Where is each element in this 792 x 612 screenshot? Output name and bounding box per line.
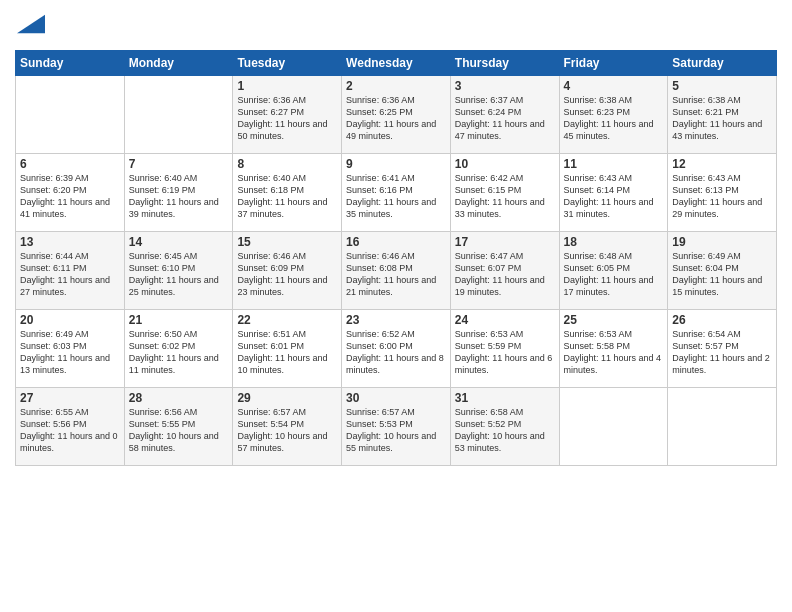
svg-marker-0 (17, 15, 45, 34)
calendar-cell (668, 388, 777, 466)
day-info: Sunrise: 6:47 AM Sunset: 6:07 PM Dayligh… (455, 250, 555, 299)
day-info: Sunrise: 6:53 AM Sunset: 5:59 PM Dayligh… (455, 328, 555, 377)
calendar-cell (16, 76, 125, 154)
day-info: Sunrise: 6:39 AM Sunset: 6:20 PM Dayligh… (20, 172, 120, 221)
calendar-week-row: 1Sunrise: 6:36 AM Sunset: 6:27 PM Daylig… (16, 76, 777, 154)
calendar-cell (559, 388, 668, 466)
calendar-cell: 12Sunrise: 6:43 AM Sunset: 6:13 PM Dayli… (668, 154, 777, 232)
day-number: 5 (672, 79, 772, 93)
day-number: 9 (346, 157, 446, 171)
day-info: Sunrise: 6:54 AM Sunset: 5:57 PM Dayligh… (672, 328, 772, 377)
day-info: Sunrise: 6:36 AM Sunset: 6:27 PM Dayligh… (237, 94, 337, 143)
day-number: 30 (346, 391, 446, 405)
day-info: Sunrise: 6:38 AM Sunset: 6:21 PM Dayligh… (672, 94, 772, 143)
calendar-cell: 13Sunrise: 6:44 AM Sunset: 6:11 PM Dayli… (16, 232, 125, 310)
weekday-header-row: SundayMondayTuesdayWednesdayThursdayFrid… (16, 51, 777, 76)
day-number: 21 (129, 313, 229, 327)
logo-icon (17, 10, 45, 38)
logo (15, 10, 45, 42)
day-info: Sunrise: 6:49 AM Sunset: 6:04 PM Dayligh… (672, 250, 772, 299)
weekday-header-tuesday: Tuesday (233, 51, 342, 76)
day-info: Sunrise: 6:43 AM Sunset: 6:14 PM Dayligh… (564, 172, 664, 221)
header (15, 10, 777, 42)
calendar-cell: 19Sunrise: 6:49 AM Sunset: 6:04 PM Dayli… (668, 232, 777, 310)
calendar-cell: 2Sunrise: 6:36 AM Sunset: 6:25 PM Daylig… (342, 76, 451, 154)
calendar-cell: 26Sunrise: 6:54 AM Sunset: 5:57 PM Dayli… (668, 310, 777, 388)
day-number: 7 (129, 157, 229, 171)
day-number: 8 (237, 157, 337, 171)
calendar-cell: 31Sunrise: 6:58 AM Sunset: 5:52 PM Dayli… (450, 388, 559, 466)
day-number: 26 (672, 313, 772, 327)
day-number: 3 (455, 79, 555, 93)
day-number: 11 (564, 157, 664, 171)
day-number: 28 (129, 391, 229, 405)
calendar-container: SundayMondayTuesdayWednesdayThursdayFrid… (0, 0, 792, 476)
day-number: 18 (564, 235, 664, 249)
weekday-header-friday: Friday (559, 51, 668, 76)
day-info: Sunrise: 6:40 AM Sunset: 6:19 PM Dayligh… (129, 172, 229, 221)
day-number: 22 (237, 313, 337, 327)
calendar-cell: 27Sunrise: 6:55 AM Sunset: 5:56 PM Dayli… (16, 388, 125, 466)
day-info: Sunrise: 6:46 AM Sunset: 6:09 PM Dayligh… (237, 250, 337, 299)
day-number: 16 (346, 235, 446, 249)
day-info: Sunrise: 6:45 AM Sunset: 6:10 PM Dayligh… (129, 250, 229, 299)
calendar-cell: 3Sunrise: 6:37 AM Sunset: 6:24 PM Daylig… (450, 76, 559, 154)
day-info: Sunrise: 6:53 AM Sunset: 5:58 PM Dayligh… (564, 328, 664, 377)
weekday-header-sunday: Sunday (16, 51, 125, 76)
day-number: 17 (455, 235, 555, 249)
weekday-header-saturday: Saturday (668, 51, 777, 76)
day-number: 31 (455, 391, 555, 405)
day-info: Sunrise: 6:51 AM Sunset: 6:01 PM Dayligh… (237, 328, 337, 377)
day-number: 20 (20, 313, 120, 327)
day-info: Sunrise: 6:57 AM Sunset: 5:54 PM Dayligh… (237, 406, 337, 455)
day-number: 29 (237, 391, 337, 405)
calendar-cell: 17Sunrise: 6:47 AM Sunset: 6:07 PM Dayli… (450, 232, 559, 310)
day-info: Sunrise: 6:41 AM Sunset: 6:16 PM Dayligh… (346, 172, 446, 221)
calendar-cell: 15Sunrise: 6:46 AM Sunset: 6:09 PM Dayli… (233, 232, 342, 310)
day-info: Sunrise: 6:55 AM Sunset: 5:56 PM Dayligh… (20, 406, 120, 455)
day-info: Sunrise: 6:36 AM Sunset: 6:25 PM Dayligh… (346, 94, 446, 143)
calendar-cell: 20Sunrise: 6:49 AM Sunset: 6:03 PM Dayli… (16, 310, 125, 388)
day-number: 13 (20, 235, 120, 249)
day-info: Sunrise: 6:48 AM Sunset: 6:05 PM Dayligh… (564, 250, 664, 299)
day-info: Sunrise: 6:42 AM Sunset: 6:15 PM Dayligh… (455, 172, 555, 221)
day-number: 23 (346, 313, 446, 327)
calendar-cell: 29Sunrise: 6:57 AM Sunset: 5:54 PM Dayli… (233, 388, 342, 466)
day-number: 4 (564, 79, 664, 93)
day-number: 15 (237, 235, 337, 249)
day-info: Sunrise: 6:52 AM Sunset: 6:00 PM Dayligh… (346, 328, 446, 377)
calendar-cell: 21Sunrise: 6:50 AM Sunset: 6:02 PM Dayli… (124, 310, 233, 388)
calendar-cell: 24Sunrise: 6:53 AM Sunset: 5:59 PM Dayli… (450, 310, 559, 388)
day-number: 25 (564, 313, 664, 327)
calendar-cell: 8Sunrise: 6:40 AM Sunset: 6:18 PM Daylig… (233, 154, 342, 232)
day-number: 24 (455, 313, 555, 327)
calendar-cell: 6Sunrise: 6:39 AM Sunset: 6:20 PM Daylig… (16, 154, 125, 232)
calendar-cell: 10Sunrise: 6:42 AM Sunset: 6:15 PM Dayli… (450, 154, 559, 232)
calendar-cell: 1Sunrise: 6:36 AM Sunset: 6:27 PM Daylig… (233, 76, 342, 154)
day-info: Sunrise: 6:50 AM Sunset: 6:02 PM Dayligh… (129, 328, 229, 377)
day-number: 14 (129, 235, 229, 249)
calendar-cell: 25Sunrise: 6:53 AM Sunset: 5:58 PM Dayli… (559, 310, 668, 388)
calendar-cell: 30Sunrise: 6:57 AM Sunset: 5:53 PM Dayli… (342, 388, 451, 466)
day-number: 10 (455, 157, 555, 171)
day-info: Sunrise: 6:43 AM Sunset: 6:13 PM Dayligh… (672, 172, 772, 221)
calendar-week-row: 20Sunrise: 6:49 AM Sunset: 6:03 PM Dayli… (16, 310, 777, 388)
day-info: Sunrise: 6:37 AM Sunset: 6:24 PM Dayligh… (455, 94, 555, 143)
day-number: 1 (237, 79, 337, 93)
day-info: Sunrise: 6:49 AM Sunset: 6:03 PM Dayligh… (20, 328, 120, 377)
calendar-week-row: 27Sunrise: 6:55 AM Sunset: 5:56 PM Dayli… (16, 388, 777, 466)
calendar-cell: 28Sunrise: 6:56 AM Sunset: 5:55 PM Dayli… (124, 388, 233, 466)
calendar-cell: 23Sunrise: 6:52 AM Sunset: 6:00 PM Dayli… (342, 310, 451, 388)
calendar-cell: 14Sunrise: 6:45 AM Sunset: 6:10 PM Dayli… (124, 232, 233, 310)
calendar-cell: 11Sunrise: 6:43 AM Sunset: 6:14 PM Dayli… (559, 154, 668, 232)
weekday-header-wednesday: Wednesday (342, 51, 451, 76)
day-number: 2 (346, 79, 446, 93)
day-info: Sunrise: 6:40 AM Sunset: 6:18 PM Dayligh… (237, 172, 337, 221)
day-number: 6 (20, 157, 120, 171)
calendar-table: SundayMondayTuesdayWednesdayThursdayFrid… (15, 50, 777, 466)
day-info: Sunrise: 6:58 AM Sunset: 5:52 PM Dayligh… (455, 406, 555, 455)
calendar-cell (124, 76, 233, 154)
calendar-cell: 9Sunrise: 6:41 AM Sunset: 6:16 PM Daylig… (342, 154, 451, 232)
day-number: 12 (672, 157, 772, 171)
day-info: Sunrise: 6:44 AM Sunset: 6:11 PM Dayligh… (20, 250, 120, 299)
